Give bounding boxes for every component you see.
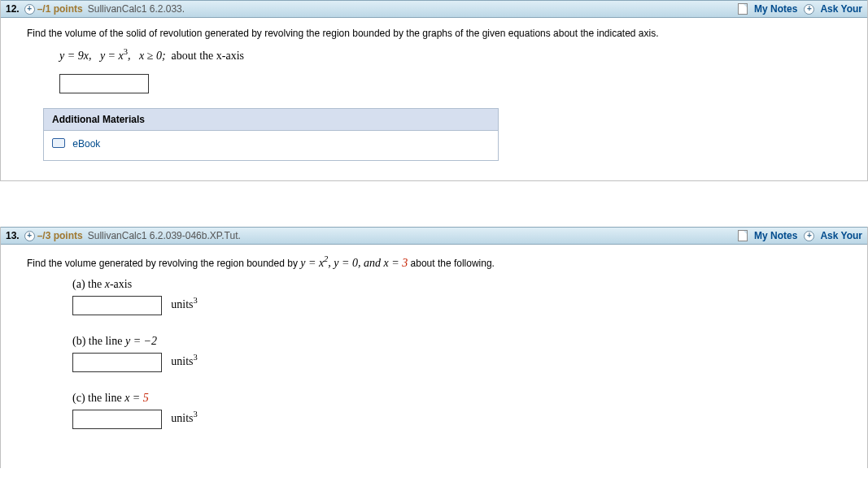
points-label: –/1 points	[37, 3, 83, 15]
materials-header: Additional Materials	[44, 109, 498, 131]
question-prompt: Find the volume generated by revolving t…	[27, 254, 841, 270]
ebook-link[interactable]: eBook	[72, 137, 100, 149]
my-notes-link[interactable]: My Notes	[754, 230, 797, 241]
answer-input-13b[interactable]	[72, 353, 162, 372]
question-13-body: Find the volume generated by revolving t…	[1, 245, 867, 468]
subpart-b: (b) the line y = −2 units3	[72, 335, 841, 372]
additional-materials: Additional Materials eBook	[43, 108, 499, 162]
ask-plus-icon[interactable]: +	[804, 4, 814, 15]
spacer	[0, 181, 868, 227]
question-number: 13.	[6, 230, 20, 241]
eq-yx2: y = x2	[300, 257, 328, 269]
ask-your-teacher-link[interactable]: Ask Your	[820, 3, 862, 15]
subpart-c-label: (c) the line x = 5	[72, 392, 841, 405]
question-13: 13. + –/3 points SullivanCalc1 6.2.039-0…	[0, 227, 868, 468]
subparts: (a) the x-axis units3 (b) the line y = −…	[72, 278, 841, 429]
question-12: 12. + –/1 points SullivanCalc1 6.2.033. …	[0, 0, 868, 181]
eq-yx3: y = x3,	[100, 50, 131, 62]
question-12-header: 12. + –/1 points SullivanCalc1 6.2.033. …	[1, 0, 867, 18]
points-label: –/3 points	[37, 230, 83, 241]
source-label: SullivanCalc1 6.2.033.	[88, 3, 185, 15]
units-label: units3	[171, 298, 197, 310]
question-13-header: 13. + –/3 points SullivanCalc1 6.2.039-0…	[1, 227, 867, 245]
answer-input-13a[interactable]	[72, 296, 162, 315]
expand-icon[interactable]: +	[24, 4, 35, 15]
notes-icon	[738, 3, 748, 15]
about-axis: about the x-axis	[172, 50, 244, 62]
subpart-c: (c) the line x = 5 units3	[72, 392, 841, 429]
question-number: 12.	[6, 3, 20, 15]
question-prompt: Find the volume of the solid of revoluti…	[27, 28, 841, 39]
my-notes-link[interactable]: My Notes	[754, 3, 797, 15]
subpart-a: (a) the x-axis units3	[72, 278, 841, 315]
equation-line: y = 9x, y = x3, x ≥ 0; about the x-axis	[59, 47, 841, 63]
eq-xge0: x ≥ 0;	[139, 50, 166, 62]
units-label: units3	[171, 412, 197, 424]
source-label: SullivanCalc1 6.2.039-046b.XP.Tut.	[88, 230, 241, 241]
red-value-3: 3	[402, 257, 408, 269]
answer-input-12[interactable]	[59, 74, 149, 93]
notes-icon	[738, 230, 748, 241]
question-12-body: Find the volume of the solid of revoluti…	[1, 18, 867, 180]
materials-body: eBook	[44, 131, 498, 161]
units-label: units3	[171, 355, 197, 367]
expand-icon[interactable]: +	[24, 231, 35, 241]
answer-input-13c[interactable]	[72, 410, 162, 429]
ask-plus-icon[interactable]: +	[804, 231, 814, 241]
red-value-5: 5	[143, 392, 149, 404]
subpart-a-label: (a) the x-axis	[72, 278, 841, 291]
eq-y9x: y = 9x,	[59, 50, 91, 62]
book-icon	[52, 138, 65, 148]
subpart-b-label: (b) the line y = −2	[72, 335, 841, 348]
ask-your-teacher-link[interactable]: Ask Your	[820, 230, 862, 241]
